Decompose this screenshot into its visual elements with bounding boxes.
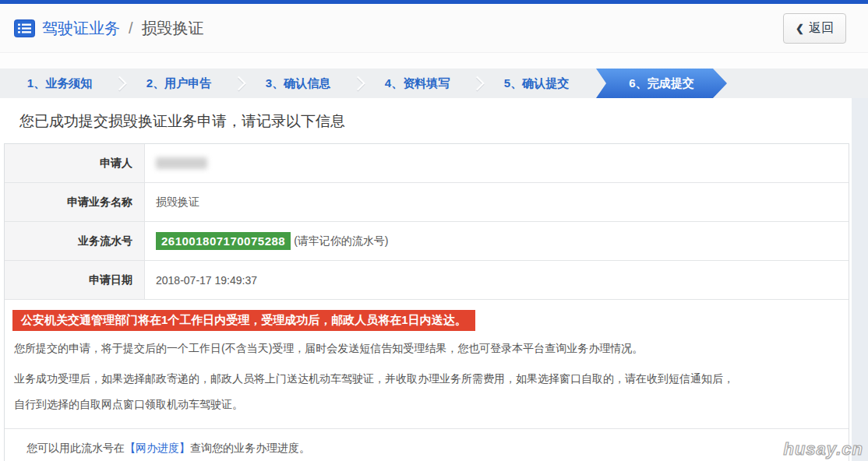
chevron-left-icon: ❮	[796, 23, 804, 34]
back-button-label: 返回	[809, 20, 834, 37]
footer-note: 您可以用此流水号在【网办进度】查询您的业务办理进度。	[5, 428, 849, 461]
row-value: 2018-07-17 19:49:37	[145, 261, 849, 299]
step-tab-label: 3、确认信息	[266, 76, 330, 91]
step-progress-bar: 1、业务须知 2、用户申告 3、确认信息 4、资料填写 5、确认提交 6、完成提…	[0, 69, 868, 98]
result-panel: 申请人 申请业务名称 损毁换证 业务流水号 261001807170075288…	[4, 143, 849, 461]
step-tab-confirm-submit[interactable]: 5、确认提交	[477, 69, 596, 98]
notice-paragraph-3: 自行到选择的自取网点窗口领取机动车驾驶证。	[14, 392, 842, 417]
page-title: 驾驶证业务	[42, 18, 120, 39]
notice-paragraph-2: 业务成功受理后，如果选择邮政寄递的，邮政人员将上门送达机动车驾驶证，并收取办理业…	[14, 366, 842, 392]
step-tab-label: 6、完成提交	[629, 76, 693, 91]
row-label: 申请人	[5, 144, 145, 182]
row-value: 损毁换证	[145, 183, 849, 221]
header-spacer	[0, 53, 868, 69]
step-tab-complete-submit-active[interactable]: 6、完成提交	[596, 69, 727, 98]
step-tab-label: 5、确认提交	[504, 76, 569, 91]
row-label: 业务流水号	[5, 222, 145, 260]
main-content: 您已成功提交损毁换证业务申请，请记录以下信息 申请人 申请业务名称 损毁换证 业…	[0, 98, 852, 461]
notice-section: 公安机关交通管理部门将在1个工作日内受理，受理成功后，邮政人员将在1日内送达。 …	[5, 300, 849, 428]
back-button[interactable]: ❮ 返回	[783, 13, 846, 44]
list-icon	[14, 19, 35, 37]
footer-note-suffix: 查询您的业务办理进度。	[190, 442, 310, 454]
row-value	[145, 144, 849, 182]
step-tab-label: 4、资料填写	[385, 76, 450, 91]
progress-query-link[interactable]: 【网办进度】	[125, 442, 190, 454]
serial-number-hint: (请牢记你的流水号)	[294, 234, 388, 248]
step-tab-user-declaration[interactable]: 2、用户申告	[119, 69, 238, 98]
serial-number-badge: 261001807170075288	[156, 232, 291, 250]
breadcrumb-separator: /	[129, 19, 133, 37]
step-tab-confirm-info[interactable]: 3、确认信息	[238, 69, 358, 98]
row-value: 261001807170075288 (请牢记你的流水号)	[145, 222, 849, 260]
watermark: husay.cn	[783, 439, 863, 459]
footer-note-prefix: 您可以用此流水号在	[26, 442, 125, 454]
step-tab-label: 2、用户申告	[146, 76, 211, 91]
table-row-applicant: 申请人	[5, 144, 849, 183]
step-tab-label: 1、业务须知	[27, 76, 92, 91]
row-label: 申请业务名称	[5, 183, 145, 221]
notice-paragraph-1: 您所提交的申请，将于提交后的一个工作日(不含当天)受理，届时会发送短信告知受理结…	[14, 336, 842, 361]
redacted-applicant-name	[156, 157, 207, 169]
step-tab-fill-materials[interactable]: 4、资料填写	[358, 69, 477, 98]
success-heading: 您已成功提交损毁换证业务申请，请记录以下信息	[19, 111, 852, 132]
table-row-apply-date: 申请日期 2018-07-17 19:49:37	[5, 261, 849, 300]
table-row-business-name: 申请业务名称 损毁换证	[5, 183, 849, 222]
breadcrumb: 驾驶证业务 / 损毁换证	[14, 18, 204, 39]
row-label: 申请日期	[5, 261, 145, 299]
table-row-serial-number: 业务流水号 261001807170075288 (请牢记你的流水号)	[5, 222, 849, 261]
page-subtitle: 损毁换证	[142, 18, 204, 39]
page-header: 驾驶证业务 / 损毁换证 ❮ 返回	[0, 4, 868, 53]
alert-banner: 公安机关交通管理部门将在1个工作日内受理，受理成功后，邮政人员将在1日内送达。	[12, 310, 475, 331]
step-tab-business-notice[interactable]: 1、业务须知	[0, 69, 119, 98]
